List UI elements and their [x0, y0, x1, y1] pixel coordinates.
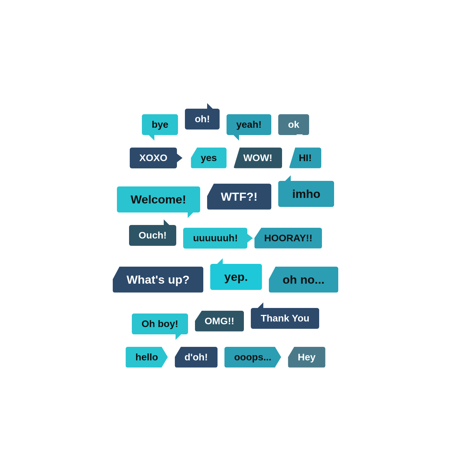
bubble-ooops: ooops... [224, 347, 281, 368]
bubble-text-yeah: yeah! [236, 119, 262, 130]
bubble-doh: d'oh! [175, 347, 218, 368]
bubble-text-ooops: ooops... [234, 352, 271, 363]
bubble-thankyou: Thank You [251, 308, 319, 329]
bubble-text-welcome: Welcome! [131, 193, 186, 206]
bubble-text-ouch: Ouch! [139, 230, 167, 241]
bubble-hello: hello [126, 347, 168, 368]
bubble-text-wtf: WTF?! [221, 190, 258, 203]
bubble-imho: imho [278, 181, 334, 207]
bubble-text-doh: d'oh! [185, 352, 208, 363]
bubble-hooray: HOORAY!! [254, 228, 322, 249]
bubble-ok: ok [278, 114, 309, 135]
bubble-yeah: yeah! [227, 114, 271, 135]
bubble-ohboy: Oh boy! [132, 314, 188, 334]
bubble-text-thankyou: Thank You [261, 313, 309, 324]
bubble-text-yes: yes [201, 152, 217, 164]
bubble-whatsup: What's up? [113, 267, 204, 293]
bubble-yes: yes [191, 148, 227, 168]
bubble-oh: oh! [185, 109, 220, 130]
bubble-text-imho: imho [292, 187, 320, 201]
bubble-text-hello: hello [135, 352, 158, 363]
main-canvas: bye oh! yeah! ok XOXO yes WOW! HI! Welco… [0, 0, 451, 476]
bubble-yep: yep. [210, 264, 262, 290]
bubble-hi: HI! [289, 148, 321, 168]
bubble-text-ohboy: Oh boy! [142, 318, 178, 329]
bubble-wtf: WTF?! [207, 184, 272, 210]
bubble-text-whatsup: What's up? [127, 273, 190, 286]
row-1: bye oh! yeah! ok [7, 109, 444, 135]
bubble-text-omg: OMG!! [205, 316, 235, 327]
bubble-bye: bye [142, 114, 178, 135]
bubble-omg: OMG!! [195, 311, 244, 332]
bubble-text-hey: Hey [298, 352, 315, 363]
bubble-hey: Hey [288, 347, 325, 368]
bubble-ohno: oh no... [269, 267, 339, 293]
row-2: XOXO yes WOW! HI! [7, 148, 444, 168]
bubble-xoxo: XOXO [130, 148, 177, 168]
bubble-text-ok: ok [288, 119, 299, 130]
bubble-text-yep: yep. [224, 270, 248, 284]
bubble-text-bye: bye [152, 119, 168, 130]
bubble-text-hi: HI! [299, 152, 312, 164]
row-7: hello d'oh! ooops... Hey [7, 347, 444, 368]
bubble-text-wow: WOW! [243, 152, 272, 164]
row-6: Oh boy! OMG!! Thank You [7, 308, 444, 334]
row-4: Ouch! uuuuuuh! HOORAY!! [7, 225, 444, 251]
bubble-text-hooray: HOORAY!! [264, 233, 312, 244]
bubble-text-oh: oh! [195, 114, 210, 125]
bubble-text-uuuuuuh: uuuuuuh! [193, 233, 238, 244]
bubble-text-xoxo: XOXO [139, 152, 168, 164]
bubble-welcome: Welcome! [117, 186, 200, 212]
row-5: What's up? yep. oh no... [7, 264, 444, 295]
bubble-ouch: Ouch! [129, 225, 177, 246]
bubble-wow: WOW! [233, 148, 282, 168]
bubble-text-ohno: oh no... [283, 273, 325, 286]
bubble-uuuuuuh: uuuuuuh! [183, 228, 247, 249]
row-3: Welcome! WTF?! imho [7, 181, 444, 212]
